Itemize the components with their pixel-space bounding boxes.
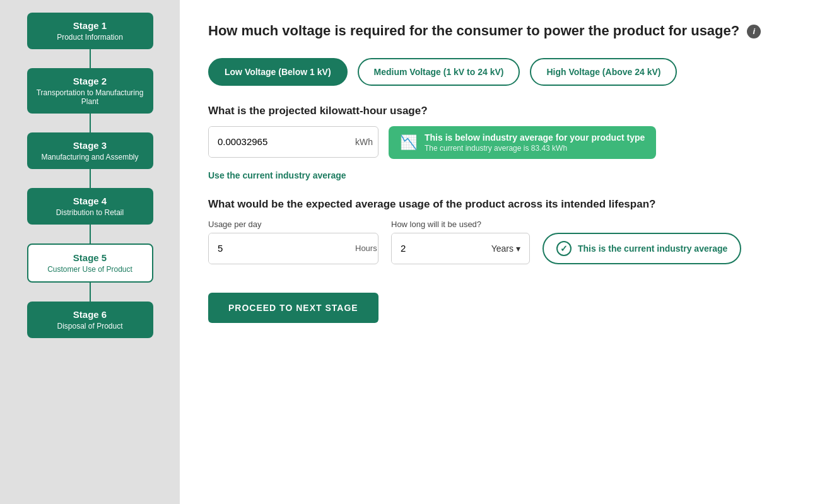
proceed-button[interactable]: PROCEED TO NEXT STAGE — [208, 293, 378, 323]
sidebar-item-stage1[interactable]: Stage 1 Product Information — [27, 13, 153, 49]
usage-row: Usage per day Hours per day How long wil… — [208, 220, 799, 264]
voltage-btn-1[interactable]: Medium Voltage (1 kV to 24 kV) — [358, 58, 520, 86]
badge-sub-text: The current industry average is 83.43 kW… — [425, 144, 645, 153]
kwh-section-label: What is the projected kilowatt-hour usag… — [208, 105, 799, 117]
sidebar-item-stage4[interactable]: Stage 4 Distribution to Retail — [27, 188, 153, 225]
main-content: How much voltage is required for the con… — [180, 0, 827, 504]
sidebar-item-stage5[interactable]: Stage 5 Customer Use of Product — [27, 243, 153, 283]
stage-connector — [90, 114, 91, 132]
voltage-btn-0[interactable]: Low Voltage (Below 1 kV) — [208, 58, 348, 86]
stage-connector — [90, 283, 91, 302]
stage-title: Stage 4 — [33, 196, 147, 206]
page-title: How much voltage is required for the con… — [208, 22, 799, 40]
stage-sub: Distribution to Retail — [33, 208, 147, 217]
usage-per-day-field: Usage per day Hours per day — [208, 220, 378, 264]
kwh-input-wrap: kWh — [208, 126, 378, 158]
stage-title: Stage 5 — [35, 252, 146, 263]
years-select-wrap: 1 2 3 5 10 Years ▾ — [391, 233, 530, 264]
how-long-field: How long will it be used? 1 2 3 5 10 Yea… — [391, 220, 530, 264]
info-icon[interactable]: i — [747, 25, 761, 38]
years-unit: Years ▾ — [483, 243, 529, 254]
current-avg-label: This is the current industry average — [578, 243, 727, 254]
stage-sub: Transportation to Manufacturing Plant — [33, 88, 147, 106]
stage-title: Stage 3 — [33, 140, 147, 151]
years-unit-text: Years — [491, 243, 513, 254]
current-avg-badge: ✓ This is the current industry average — [543, 233, 741, 264]
stage-connector — [90, 49, 91, 68]
hours-input-wrap: Hours per day — [208, 233, 378, 264]
use-avg-link[interactable]: Use the current industry average — [208, 170, 346, 180]
stage-connector — [90, 169, 91, 188]
years-select[interactable]: 1 2 3 5 10 — [392, 233, 483, 264]
kwh-unit: kWh — [346, 137, 378, 147]
stage-title: Stage 2 — [33, 76, 147, 86]
stage-sub: Manufacturing and Assembly — [33, 153, 147, 161]
kwh-row: kWh 📉 This is below industry average for… — [208, 126, 799, 159]
check-circle-icon: ✓ — [556, 241, 572, 256]
page-title-text: How much voltage is required for the con… — [208, 23, 739, 38]
hours-unit: Hours per day — [346, 243, 378, 253]
voltage-btn-2[interactable]: High Voltage (Above 24 kV) — [530, 58, 677, 86]
stage-title: Stage 6 — [33, 309, 147, 320]
sidebar-item-stage6[interactable]: Stage 6 Disposal of Product — [27, 302, 153, 338]
usage-section-label: What would be the expected average usage… — [208, 198, 799, 211]
voltage-options: Low Voltage (Below 1 kV)Medium Voltage (… — [208, 58, 799, 86]
industry-badge: 📉 This is below industry average for you… — [389, 126, 656, 159]
sidebar-item-stage2[interactable]: Stage 2 Transportation to Manufacturing … — [27, 68, 153, 114]
sidebar-item-stage3[interactable]: Stage 3 Manufacturing and Assembly — [27, 132, 153, 169]
usage-per-day-label: Usage per day — [208, 220, 378, 229]
sidebar: Stage 1 Product Information Stage 2 Tran… — [0, 0, 180, 504]
badge-main-text: This is below industry average for your … — [425, 132, 645, 143]
trending-down-icon: 📉 — [400, 134, 417, 151]
stage-sub: Disposal of Product — [33, 322, 147, 331]
chevron-down-icon: ▾ — [516, 243, 520, 254]
hours-input[interactable] — [209, 233, 346, 264]
stage-title: Stage 1 — [33, 20, 147, 31]
stage-sub: Product Information — [33, 33, 147, 42]
stage-sub: Customer Use of Product — [35, 265, 146, 274]
stage-connector — [90, 225, 91, 243]
how-long-label: How long will it be used? — [391, 220, 530, 229]
kwh-input[interactable] — [209, 127, 346, 157]
